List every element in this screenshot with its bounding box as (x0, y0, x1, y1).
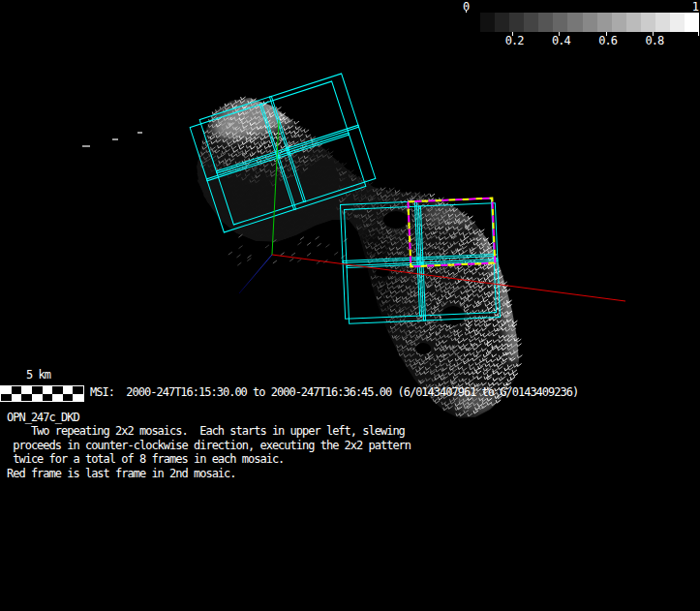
status-line: MSI: 2000-247T16:15:30.00 to 2000-247T16… (90, 385, 578, 399)
colorbar-tick-label: 0.8 (645, 34, 663, 47)
colorbar-step (480, 13, 495, 32)
colorbar-gradient (466, 13, 699, 32)
msi-sequence-viewer: 0 1 0.20.40.60.8 5 km MSI: 2000-247T16:1… (0, 0, 700, 611)
scale-bar-cell (43, 394, 53, 402)
scale-bar-cell (63, 386, 74, 394)
asteroid-model (197, 83, 522, 418)
scale-bar: 5 km (0, 368, 84, 402)
colorbar-tick-label: 0.2 (505, 34, 524, 47)
colorbar-step (655, 13, 670, 32)
scale-bar-cell (21, 394, 32, 402)
scale-bar-cell (52, 386, 63, 394)
colorbar-step (641, 13, 655, 32)
scale-bar-cell (32, 386, 43, 394)
colorbar-max-label: 1 (692, 0, 698, 14)
annotation-line: Red frame is last frame in 2nd mosaic. (7, 467, 411, 480)
scale-bar-cell (32, 394, 43, 402)
scale-bar-cell (12, 394, 22, 402)
colorbar-step (509, 13, 524, 32)
colorbar: 0 1 0.20.40.60.8 (460, 0, 700, 50)
scale-bar-label: 5 km (26, 368, 84, 385)
colorbar-step (670, 13, 685, 32)
colorbar-step (524, 13, 538, 32)
scale-bar-cell (73, 386, 83, 394)
scale-bar-cell (21, 386, 32, 394)
scale-bar-cell (12, 386, 22, 394)
3d-viewport[interactable] (0, 0, 700, 611)
annotation-line: twice for a total of 8 frames in each mo… (7, 452, 411, 466)
colorbar-step (495, 13, 509, 32)
scale-bar-cell (63, 394, 74, 402)
sequence-id: OPN_247c_DKD (7, 411, 411, 424)
colorbar-step (553, 13, 567, 32)
scale-bar-cell (1, 386, 12, 394)
scale-bar-cell (43, 386, 53, 394)
z-axis-line (239, 255, 272, 293)
background-specks (82, 132, 142, 147)
scale-bar-cell (1, 394, 12, 402)
colorbar-tick-label: 0.4 (552, 34, 570, 47)
annotation-block: OPN_247c_DKD Two repeating 2x2 mosaics. … (7, 411, 411, 480)
colorbar-step (567, 13, 582, 32)
colorbar-step (597, 13, 612, 32)
colorbar-step (466, 13, 480, 32)
scale-bar-cell (73, 394, 83, 402)
colorbar-step (583, 13, 597, 32)
colorbar-step (626, 13, 641, 32)
annotation-line: proceeds in counter-clockwise direction,… (7, 439, 411, 452)
colorbar-step (612, 13, 626, 32)
colorbar-tick-label: 0.6 (598, 34, 617, 47)
scale-bar-checker (0, 385, 84, 402)
scale-bar-cell (52, 394, 63, 402)
colorbar-step (685, 13, 699, 32)
annotation-line: Two repeating 2x2 mosaics. Each starts i… (7, 424, 411, 438)
colorbar-step (538, 13, 553, 32)
